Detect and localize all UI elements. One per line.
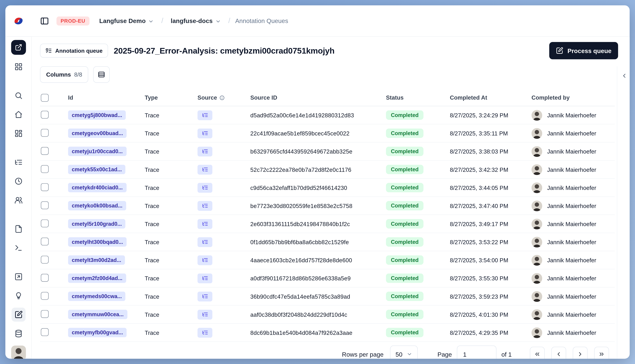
- trace-source-chip[interactable]: [197, 201, 212, 211]
- next-page-button[interactable]: [573, 347, 587, 359]
- row-checkbox[interactable]: [41, 237, 49, 245]
- row-id-chip[interactable]: cmetygeov00buad...: [68, 128, 127, 138]
- row-type: Trace: [145, 202, 189, 209]
- row-checkbox[interactable]: [41, 219, 49, 227]
- trace-source-chip[interactable]: [197, 183, 212, 192]
- first-page-button[interactable]: [530, 347, 545, 359]
- row-id-chip[interactable]: cmetyko0k00bsad...: [68, 201, 126, 210]
- sidebar-item-quick-open[interactable]: [11, 40, 26, 55]
- org-switcher[interactable]: Langfuse Demo: [97, 17, 156, 25]
- row-source-id: 52c72c2222ea78e0b7a72d8f2e0c1176: [250, 166, 386, 173]
- row-checkbox[interactable]: [41, 147, 49, 155]
- sidebar-item-users[interactable]: [11, 193, 25, 207]
- row-checkbox[interactable]: [41, 110, 49, 118]
- row-id-chip[interactable]: cmetykdr400ciad0...: [68, 183, 126, 192]
- row-id-chip[interactable]: cmetymmuw00cea...: [68, 310, 127, 319]
- table-row[interactable]: cmetykdr400ciad0... Trace c9d56ca32efaff…: [40, 179, 615, 197]
- row-checkbox[interactable]: [41, 165, 49, 173]
- row-id-chip[interactable]: cmetyl5r100grad0...: [68, 219, 126, 228]
- avatar: [532, 164, 542, 175]
- select-all-checkbox[interactable]: [41, 94, 49, 102]
- user-avatar[interactable]: [11, 346, 26, 359]
- sidebar-item-evaluation[interactable]: [11, 270, 25, 284]
- row-height-button[interactable]: [93, 66, 110, 83]
- row-checkbox[interactable]: [41, 129, 49, 137]
- row-checkbox[interactable]: [41, 256, 49, 264]
- trace-source-chip[interactable]: [197, 128, 212, 138]
- home-icon: [14, 110, 23, 118]
- trace-source-chip[interactable]: [197, 328, 212, 338]
- trace-source-chip[interactable]: [197, 237, 212, 247]
- environment-badge[interactable]: PROD-EU: [57, 16, 89, 26]
- previous-page-button[interactable]: [551, 347, 566, 359]
- row-completed-by: Jannik Maierhoefer: [547, 202, 596, 209]
- table-row[interactable]: cmetyju1r00ccad0... Trace b63297665cfd44…: [40, 142, 615, 160]
- row-checkbox[interactable]: [41, 310, 49, 318]
- row-checkbox[interactable]: [41, 292, 49, 300]
- sidebar-item-dashboards[interactable]: [11, 126, 25, 140]
- table-row[interactable]: cmetymyfb00gvad... Trace 8dc69b1ba1e540b…: [40, 324, 615, 342]
- sidebar-item-tracing[interactable]: [11, 155, 25, 169]
- row-id-chip[interactable]: cmetyju1r00ccad0...: [68, 147, 126, 156]
- project-switcher[interactable]: langfuse-docs: [168, 17, 223, 25]
- list-tree-icon: [202, 112, 208, 118]
- table-row[interactable]: cmetymmuw00cea... Trace aaf0c38db0f3f204…: [40, 306, 615, 324]
- row-id-chip[interactable]: cmetymyfb00gvad...: [68, 328, 127, 337]
- trace-source-chip[interactable]: [197, 273, 212, 283]
- table-row[interactable]: cmetyl5r100grad0... Trace 2e603f31361115…: [40, 215, 615, 233]
- sidebar-item-annotation-queues[interactable]: [11, 308, 25, 322]
- last-page-button[interactable]: [594, 347, 609, 359]
- row-checkbox[interactable]: [41, 274, 49, 282]
- table-row[interactable]: cmetylht300bqad0... Trace 0f1dd65b7bb9bf…: [40, 233, 615, 251]
- process-queue-button[interactable]: Process queue: [549, 42, 618, 59]
- trace-source-chip[interactable]: [197, 310, 212, 320]
- row-source-id: 4aaece1603cb2e16dd757f28de8de600: [250, 257, 386, 264]
- sidebar-item-home[interactable]: [11, 108, 25, 122]
- info-icon[interactable]: [220, 95, 225, 100]
- trace-source-chip[interactable]: [197, 110, 212, 120]
- sidebar-item-playground[interactable]: [11, 241, 25, 255]
- row-completed-by: Jannik Maierhoefer: [547, 112, 596, 118]
- row-id-chip[interactable]: cmetylt3m00d2ad...: [68, 255, 125, 265]
- sidebar-item-sessions[interactable]: [11, 174, 25, 188]
- table-row[interactable]: cmetymeds00cwa... Trace 36b90cdfc47e5da1…: [40, 288, 615, 306]
- trace-source-chip[interactable]: [197, 255, 212, 265]
- trace-source-chip[interactable]: [197, 291, 212, 301]
- chevron-left-icon: [555, 351, 562, 358]
- avatar: [532, 291, 542, 302]
- table-row[interactable]: cmetygeov00buad... Trace 22c41f09acae5b1…: [40, 124, 615, 142]
- trace-source-chip[interactable]: [197, 219, 212, 229]
- sidebar-item-datasets[interactable]: [11, 326, 25, 341]
- table-row[interactable]: cmetylt3m00d2ad... Trace 4aaece1603cb2e1…: [40, 251, 615, 269]
- page-number-input[interactable]: 1: [457, 346, 496, 359]
- row-checkbox[interactable]: [41, 328, 49, 336]
- breadcrumb-separator: /: [161, 17, 163, 25]
- row-id-chip[interactable]: cmetyg5j800bwad...: [68, 110, 126, 120]
- sidebar-toggle-button[interactable]: [40, 16, 49, 26]
- row-id-chip[interactable]: cmetyk55x00c1ad...: [68, 165, 126, 174]
- row-checkbox[interactable]: [41, 201, 49, 209]
- table-row[interactable]: cmetym2fz00d4ad... Trace a0df3f901167218…: [40, 269, 615, 288]
- langfuse-logo-icon[interactable]: [13, 16, 24, 26]
- breadcrumb-current-section[interactable]: Annotation Queues: [235, 17, 288, 24]
- table-body: cmetyg5j800bwad... Trace d5ad9d52a00c6e1…: [40, 106, 615, 342]
- trace-source-chip[interactable]: [197, 164, 212, 174]
- row-id-chip[interactable]: cmetymeds00cwa...: [68, 292, 126, 301]
- collapse-panel-button[interactable]: [620, 71, 629, 80]
- table-row[interactable]: cmetyko0k00bsad... Trace be7723e30d80205…: [40, 197, 615, 215]
- row-checkbox[interactable]: [41, 183, 49, 191]
- queue-type-badge[interactable]: Annotation queue: [40, 44, 108, 58]
- list-tree-icon: [202, 239, 208, 245]
- sidebar-item-search[interactable]: [11, 88, 25, 102]
- columns-button[interactable]: Columns 8/8: [40, 66, 88, 83]
- table-row[interactable]: cmetyg5j800bwad... Trace d5ad9d52a00c6e1…: [40, 106, 615, 124]
- trace-source-chip[interactable]: [197, 146, 212, 156]
- table-row[interactable]: cmetyk55x00c1ad... Trace 52c72c2222ea78e…: [40, 160, 615, 179]
- list-tree-icon: [202, 202, 208, 209]
- sidebar-item-widgets[interactable]: [11, 60, 25, 74]
- rows-per-page-select[interactable]: 50: [390, 346, 417, 359]
- row-id-chip[interactable]: cmetym2fz00d4ad...: [68, 274, 126, 283]
- sidebar-item-prompts[interactable]: [11, 222, 25, 236]
- row-id-chip[interactable]: cmetylht300bqad0...: [68, 237, 127, 247]
- sidebar-item-insights[interactable]: [11, 289, 25, 303]
